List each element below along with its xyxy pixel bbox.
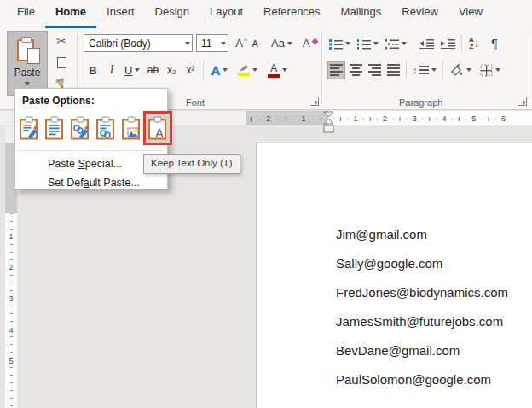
shrink-font-button[interactable]: Aˇ <box>249 34 264 52</box>
clear-formatting-icon: A <box>303 37 310 50</box>
borders-icon <box>480 64 493 77</box>
increase-indent-button[interactable] <box>439 35 457 53</box>
numbering-icon <box>357 38 371 50</box>
align-left-button[interactable] <box>327 61 345 79</box>
chevron-down-icon <box>221 42 226 45</box>
change-case-icon: Aa <box>271 37 285 50</box>
clipboard-small-buttons: ✂ <box>51 32 73 93</box>
text-effects-button[interactable]: A <box>209 61 229 79</box>
font-size-value: 11 <box>201 38 211 50</box>
font-group-label: Font <box>186 97 205 108</box>
set-default-paste-menu-item[interactable]: Set Default Paste... <box>15 173 167 192</box>
highlight-button[interactable] <box>236 61 259 79</box>
font-name-value: Calibri (Body) <box>89 38 151 50</box>
show-formatting-button[interactable]: ¶ <box>487 35 502 53</box>
font-color-icon: A <box>268 63 280 78</box>
shading-button[interactable] <box>448 61 473 79</box>
paste-keep-text-only-icon[interactable]: A <box>146 114 170 143</box>
chevron-down-icon <box>345 42 350 45</box>
tab-layout[interactable]: Layout <box>200 1 253 28</box>
bullets-icon <box>329 38 343 50</box>
chevron-down-icon <box>402 42 407 45</box>
tab-home[interactable]: Home <box>45 1 96 28</box>
highlighter-icon <box>238 64 250 76</box>
vruler-number: 5 <box>5 357 17 365</box>
document-text[interactable]: Jim@gmail.com Sally@google.com FredJones… <box>336 220 508 394</box>
paste-options-title: Paste Options: <box>22 95 95 107</box>
paste-link-keep-source-formatting-icon[interactable] <box>69 114 90 143</box>
justify-button[interactable] <box>385 61 402 79</box>
chevron-down-icon <box>135 68 140 72</box>
paste-clipboard-icon <box>17 38 38 62</box>
paste-button[interactable]: Paste <box>7 31 48 96</box>
tab-review[interactable]: Review <box>391 1 448 28</box>
decrease-indent-button[interactable] <box>418 35 436 53</box>
paste-use-destination-styles-icon[interactable] <box>43 114 65 143</box>
strikethrough-button[interactable]: ab <box>145 61 160 79</box>
email-line: BevDane@gmail.com <box>336 336 508 365</box>
paste-options-menu: Paste Options: <box>14 88 168 189</box>
tab-file[interactable]: File <box>7 1 45 28</box>
copy-icon <box>57 57 66 68</box>
align-center-button[interactable] <box>348 61 364 79</box>
multilevel-list-button[interactable] <box>384 35 408 53</box>
indent-marker[interactable] <box>322 111 335 134</box>
align-center-icon <box>350 64 362 76</box>
paste-picture-icon[interactable] <box>120 114 142 143</box>
tab-references[interactable]: References <box>253 1 330 28</box>
paragraph-group-row2: ↕ <box>327 61 502 79</box>
group-separator <box>321 32 322 104</box>
grow-font-icon: A <box>235 37 243 50</box>
paste-link-use-destination-styles-icon[interactable] <box>95 114 116 143</box>
grow-font-button[interactable]: A^ <box>234 34 249 52</box>
borders-button[interactable] <box>478 61 502 79</box>
underline-button[interactable]: U <box>123 61 142 79</box>
font-size-select[interactable]: 11 <box>196 34 228 52</box>
font-group-row2: B I U ab x₂ x² A A <box>85 61 289 79</box>
bold-button[interactable]: B <box>85 61 101 79</box>
cut-button[interactable]: ✂ <box>51 32 72 50</box>
tab-view[interactable]: View <box>448 1 493 28</box>
tab-insert[interactable]: Insert <box>96 1 145 28</box>
ruler-page-ticks: · ı · 1 · ı · 2 · ı · 3 · ı · 4 · ı · 5 … <box>328 111 532 125</box>
paste-keep-source-formatting-icon[interactable] <box>18 114 39 143</box>
bullets-button[interactable] <box>327 35 352 53</box>
vruler-number: 2 <box>5 263 17 271</box>
line-spacing-button[interactable]: ↕ <box>411 61 438 79</box>
line-spacing-arrows-icon: ↕ <box>413 65 418 75</box>
align-right-button[interactable] <box>367 61 383 79</box>
italic-button[interactable]: I <box>104 61 119 79</box>
menu-separator <box>19 150 164 151</box>
clear-formatting-button[interactable]: A <box>301 34 320 52</box>
document-page[interactable]: Jim@gmail.com Sally@google.com FredJones… <box>256 143 532 408</box>
scissors-icon: ✂ <box>56 34 66 48</box>
chevron-down-icon <box>466 68 471 72</box>
email-line: Jim@gmail.com <box>336 220 508 249</box>
superscript-button[interactable]: x² <box>182 61 198 79</box>
numbering-button[interactable] <box>356 35 380 53</box>
chevron-down-icon <box>431 68 437 72</box>
font-name-select[interactable]: Calibri (Body) <box>84 34 193 52</box>
email-line: PaulSolomon@google.com <box>336 365 508 394</box>
font-dialog-launcher[interactable] <box>310 97 319 106</box>
change-case-button[interactable]: Aa <box>269 34 294 52</box>
sort-button[interactable]: AZ ↓ <box>466 35 482 53</box>
subscript-button[interactable]: x₂ <box>164 61 179 79</box>
text-effects-icon: A <box>211 63 220 78</box>
tab-mailings[interactable]: Mailings <box>331 1 392 28</box>
paragraph-dialog-launcher[interactable] <box>518 97 527 106</box>
vruler-number: 3 <box>5 294 17 303</box>
chevron-down-icon <box>495 68 500 72</box>
font-color-button[interactable]: A <box>266 61 289 79</box>
chevron-down-icon <box>287 42 292 45</box>
line-spacing-icon <box>419 66 429 74</box>
ruler-margin-ticks: ı · 2 · ı · 1 · ı <box>246 111 328 125</box>
word-window: File Home Insert Design Layout Reference… <box>0 0 532 408</box>
tab-design[interactable]: Design <box>145 1 200 28</box>
eraser-icon <box>311 38 318 45</box>
align-left-icon <box>330 64 343 76</box>
copy-button[interactable] <box>51 53 72 72</box>
pilcrow-icon: ¶ <box>491 37 498 50</box>
chevron-down-icon <box>223 68 228 72</box>
chevron-down-icon <box>282 68 287 72</box>
